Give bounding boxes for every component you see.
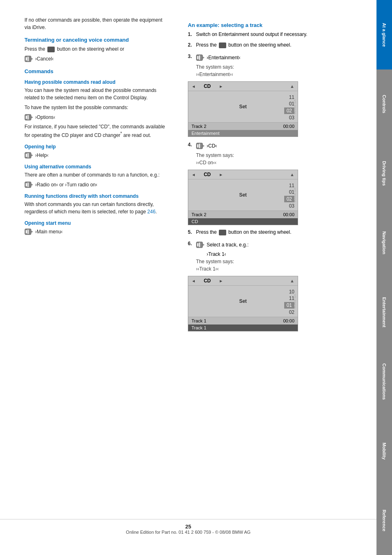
sidebar-tab-driving-tips[interactable]: Driving tips — [376, 139, 392, 208]
svg-rect-18 — [26, 230, 27, 233]
sidebar-tab-controls-label: Controls — [382, 95, 387, 113]
sidebar-tab-navigation-label: Navigation — [382, 231, 387, 254]
cd-footer-3: Track 1 00:00 — [188, 317, 298, 324]
alternative-text: There are often a number of commands to … — [24, 171, 167, 179]
sidebar-tab-entertainment-label: Entertainment — [382, 297, 387, 327]
help-command: ›Help‹ — [24, 152, 167, 159]
section-terminating-heading: Terminating or canceling voice command — [24, 37, 167, 43]
step-5-number: 5. — [188, 228, 196, 236]
example-heading: An example: selecting a track — [188, 22, 368, 28]
options-command-text: ›Options‹ — [35, 114, 55, 120]
read-aloud-heading: Having possible commands read aloud — [24, 79, 167, 85]
svg-rect-22 — [197, 56, 198, 59]
step-3: 3. ›Entertainment‹ The system says: — [188, 52, 368, 78]
svg-rect-6 — [26, 116, 27, 119]
commands-heading: Commands — [24, 68, 167, 74]
voice-icon-radio — [24, 181, 33, 188]
svg-rect-2 — [26, 57, 27, 60]
page-footer: 25 Online Edition for Part no. 01 41 2 6… — [0, 519, 376, 539]
voice-icon-main-menu — [24, 228, 33, 235]
cd-footer-2: Track 2 00:00 — [188, 210, 298, 218]
cd-screen-1: ◄ CD ► ▲ Set 11 01 02 03 VS-33234 — [188, 81, 298, 137]
svg-marker-21 — [203, 56, 205, 59]
step-1: 1. Switch on Entertainment sound output … — [188, 31, 368, 38]
cd-header-1: ◄ CD ► ▲ — [188, 82, 298, 91]
step-6: 6. Select a track, e.g.: ›Track 1‹ — [188, 239, 368, 273]
sidebar-tab-at-a-glance[interactable]: At a glance — [376, 0, 392, 69]
svg-rect-30 — [197, 243, 198, 246]
cd-header-3: ◄ CD ► ▲ — [188, 276, 298, 286]
cd-header-2: ◄ CD ► ▲ — [188, 170, 298, 179]
sidebar-tab-entertainment[interactable]: Entertainment — [376, 278, 392, 347]
cd-screen-3: ◄ CD ► ▲ Set 10 11 01 02 VS-33434 — [188, 276, 298, 331]
cd-screen-2: ◄ CD ► ▲ Set 11 01 02 03 VS-33334 — [188, 170, 298, 225]
sidebar-tab-communications-label: Communications — [382, 363, 387, 400]
svg-rect-7 — [28, 115, 29, 120]
radio-command-text: ›Radio on‹ or ›Turn radio on‹ — [35, 182, 97, 188]
cd-label-bar-2: CD — [188, 218, 298, 225]
main-menu-command-text: ›Main menu‹ — [35, 229, 62, 235]
voice-icon-step4 — [196, 142, 205, 150]
sidebar-tab-mobility-label: Mobility — [382, 443, 387, 460]
cd-footer-1: Track 2 00:00 — [188, 122, 298, 130]
sidebar-tab-controls[interactable]: Controls — [376, 69, 392, 139]
page-246-link[interactable]: 246 — [147, 209, 156, 215]
svg-rect-26 — [197, 144, 198, 148]
step-1-number: 1. — [188, 31, 196, 38]
opening-help-heading: Opening help — [24, 144, 167, 150]
step-2-text: Press the button on the steering wheel. — [196, 42, 291, 48]
short-commands-heading: Running functions directly with short co… — [24, 193, 167, 199]
step-3-command-text: ›Entertainment‹ — [207, 54, 241, 61]
help-command-text: ›Help‹ — [35, 152, 49, 158]
svg-marker-25 — [203, 145, 205, 147]
voice-icon-step6 — [196, 241, 205, 248]
sw-btn-icon-2 — [219, 43, 226, 48]
sidebar-tabs: At a glance Controls Driving tips Naviga… — [376, 0, 392, 555]
svg-rect-14 — [26, 183, 27, 186]
start-menu-heading: Opening start menu — [24, 220, 167, 226]
cd-label-bar-3: Track 1 — [188, 324, 298, 331]
short-commands-text: With short commands you can run certain … — [24, 201, 167, 215]
step-4-says-label: The system says: — [196, 152, 368, 159]
svg-rect-31 — [199, 243, 200, 247]
cd-body-3: Set 10 11 01 02 VS-33434 — [188, 286, 298, 317]
step-2-number: 2. — [188, 41, 196, 49]
steering-wheel-button-icon — [47, 47, 55, 52]
step-6-says-label: The system says: — [196, 258, 368, 265]
page-number: 25 — [0, 524, 376, 530]
step-6-says-text: ››Track 1‹‹ — [196, 265, 368, 273]
step-6-command-text: Select a track, e.g.: — [207, 241, 249, 248]
step-4-command: ›CD‹ — [196, 142, 368, 150]
cd-label-bar-1: Entertainment — [188, 130, 298, 137]
step-4: 4. ›CD‹ The system says: ›› — [188, 140, 368, 166]
sidebar-tab-communications[interactable]: Communications — [376, 347, 392, 416]
voice-icon — [24, 55, 33, 63]
svg-marker-9 — [31, 154, 33, 157]
step-4-says-text: ››CD on‹‹ — [196, 159, 368, 166]
radio-command: ›Radio on‹ or ›Turn radio on‹ — [24, 181, 167, 188]
cd-body-2: Set 11 01 02 03 VS-33334 — [188, 179, 298, 210]
sidebar-tab-driving-tips-label: Driving tips — [382, 161, 387, 186]
step-4-number: 4. — [188, 140, 196, 166]
svg-marker-29 — [203, 244, 205, 246]
sidebar-tab-mobility[interactable]: Mobility — [376, 416, 392, 486]
svg-rect-27 — [199, 144, 200, 148]
step-2: 2. Press the button on the steering whee… — [188, 41, 368, 49]
svg-rect-11 — [28, 153, 29, 158]
step-6-command: Select a track, e.g.: — [196, 241, 368, 248]
step-5-text: Press the button on the steering wheel. — [196, 229, 291, 235]
sidebar-tab-reference-label: Reference — [382, 510, 387, 531]
svg-rect-23 — [199, 56, 200, 60]
step-1-text: Switch on Entertainment sound output if … — [196, 31, 307, 37]
voice-icon-help — [24, 152, 33, 159]
sidebar-tab-reference[interactable]: Reference — [376, 486, 392, 555]
svg-marker-17 — [31, 231, 33, 233]
step-6-number: 6. — [188, 239, 196, 273]
svg-rect-15 — [28, 183, 29, 187]
svg-rect-10 — [26, 154, 27, 157]
cancel-command-text: ›Cancel‹ — [35, 56, 53, 62]
svg-marker-1 — [31, 58, 33, 60]
step-3-says-label: The system says: — [196, 63, 368, 71]
sidebar-tab-navigation[interactable]: Navigation — [376, 208, 392, 278]
cancel-command: ›Cancel‹ — [24, 55, 167, 63]
